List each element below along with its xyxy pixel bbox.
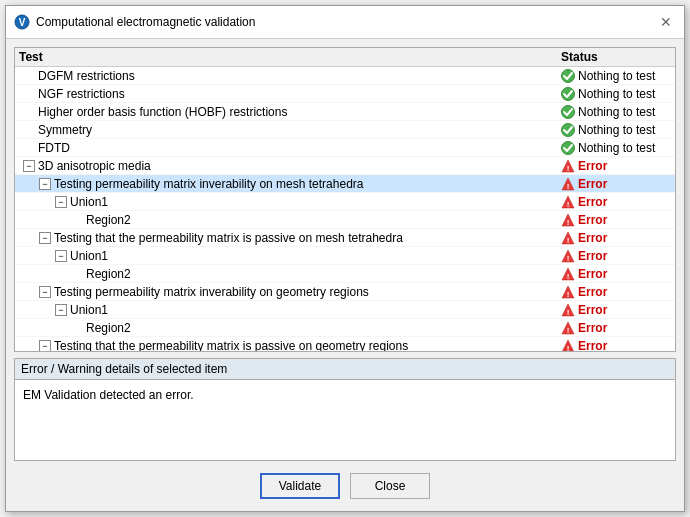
svg-text:!: ! bbox=[567, 289, 570, 298]
row-label-text: Higher order basis function (HOBF) restr… bbox=[38, 105, 287, 119]
row-label: Region2 bbox=[19, 267, 561, 281]
button-bar: Validate Close bbox=[14, 467, 676, 503]
svg-text:!: ! bbox=[567, 163, 570, 172]
status-ok-icon bbox=[561, 105, 575, 119]
row-status: ! Error bbox=[561, 303, 671, 317]
row-label-text: Testing permeability matrix inverability… bbox=[54, 177, 363, 191]
svg-text:!: ! bbox=[567, 271, 570, 280]
collapse-icon[interactable]: − bbox=[39, 340, 51, 352]
tree-panel: Test Status DGFM restrictions Nothing to… bbox=[14, 47, 676, 352]
svg-text:!: ! bbox=[567, 181, 570, 190]
status-error-icon: ! bbox=[561, 249, 575, 263]
row-status: ! Error bbox=[561, 321, 671, 335]
tree-row[interactable]: − Testing permeability matrix inverabili… bbox=[15, 175, 675, 193]
tree-row[interactable]: − Union1 ! Error bbox=[15, 247, 675, 265]
tree-row[interactable]: − Union1 ! Error bbox=[15, 301, 675, 319]
row-status: ! Error bbox=[561, 177, 671, 191]
tree-row[interactable]: DGFM restrictions Nothing to test bbox=[15, 67, 675, 85]
row-label: FDTD bbox=[19, 141, 561, 155]
row-status: ! Error bbox=[561, 249, 671, 263]
title-bar: V Computational electromagnetic validati… bbox=[6, 6, 684, 39]
collapse-icon[interactable]: − bbox=[39, 232, 51, 244]
tree-row[interactable]: − Union1 ! Error bbox=[15, 193, 675, 211]
tree-row[interactable]: − Testing that the permeability matrix i… bbox=[15, 337, 675, 351]
collapse-icon[interactable]: − bbox=[55, 250, 67, 262]
row-label-text: NGF restrictions bbox=[38, 87, 125, 101]
close-button[interactable]: Close bbox=[350, 473, 430, 499]
status-ok-icon bbox=[561, 87, 575, 101]
status-error-icon: ! bbox=[561, 231, 575, 245]
status-text: Error bbox=[578, 231, 607, 245]
row-label-text: Union1 bbox=[70, 303, 108, 317]
svg-text:!: ! bbox=[567, 199, 570, 208]
row-status: ! Error bbox=[561, 339, 671, 352]
col-status-header: Status bbox=[561, 50, 671, 64]
collapse-icon[interactable]: − bbox=[55, 304, 67, 316]
status-text: Error bbox=[578, 159, 607, 173]
row-label: Symmetry bbox=[19, 123, 561, 137]
tree-row[interactable]: Region2 ! Error bbox=[15, 265, 675, 283]
status-text: Error bbox=[578, 267, 607, 281]
row-status: ! Error bbox=[561, 285, 671, 299]
status-error-icon: ! bbox=[561, 321, 575, 335]
status-text: Error bbox=[578, 195, 607, 209]
svg-text:!: ! bbox=[567, 343, 570, 351]
status-text: Error bbox=[578, 249, 607, 263]
close-title-bar-button[interactable]: ✕ bbox=[656, 12, 676, 32]
row-label: − Union1 bbox=[19, 249, 561, 263]
row-status: ! Error bbox=[561, 195, 671, 209]
status-text: Error bbox=[578, 321, 607, 335]
status-text: Error bbox=[578, 285, 607, 299]
status-error-icon: ! bbox=[561, 213, 575, 227]
row-status: Nothing to test bbox=[561, 141, 671, 155]
row-status: Nothing to test bbox=[561, 123, 671, 137]
row-label-text: 3D anisotropic media bbox=[38, 159, 151, 173]
status-text: Error bbox=[578, 339, 607, 352]
row-label: − Union1 bbox=[19, 303, 561, 317]
tree-scroll[interactable]: DGFM restrictions Nothing to test NGF re… bbox=[15, 67, 675, 351]
svg-text:!: ! bbox=[567, 325, 570, 334]
status-error-icon: ! bbox=[561, 159, 575, 173]
row-label-text: Testing permeability matrix inverability… bbox=[54, 285, 369, 299]
tree-row[interactable]: − 3D anisotropic media ! Error bbox=[15, 157, 675, 175]
row-label: − 3D anisotropic media bbox=[19, 159, 561, 173]
row-label-text: Testing that the permeability matrix is … bbox=[54, 339, 408, 352]
svg-text:V: V bbox=[19, 17, 26, 28]
row-status: ! Error bbox=[561, 231, 671, 245]
row-label: − Testing that the permeability matrix i… bbox=[19, 231, 561, 245]
tree-row[interactable]: Symmetry Nothing to test bbox=[15, 121, 675, 139]
row-label: Region2 bbox=[19, 321, 561, 335]
tree-row[interactable]: − Testing permeability matrix inverabili… bbox=[15, 283, 675, 301]
status-ok-icon bbox=[561, 141, 575, 155]
collapse-icon[interactable]: − bbox=[55, 196, 67, 208]
tree-row[interactable]: Region2 ! Error bbox=[15, 211, 675, 229]
status-error-icon: ! bbox=[561, 285, 575, 299]
row-label: − Testing that the permeability matrix i… bbox=[19, 339, 561, 352]
status-error-icon: ! bbox=[561, 177, 575, 191]
row-status: ! Error bbox=[561, 213, 671, 227]
tree-row[interactable]: FDTD Nothing to test bbox=[15, 139, 675, 157]
status-text: Nothing to test bbox=[578, 141, 655, 155]
row-label: − Testing permeability matrix inverabili… bbox=[19, 285, 561, 299]
collapse-icon[interactable]: − bbox=[39, 178, 51, 190]
status-ok-icon bbox=[561, 69, 575, 83]
tree-row[interactable]: NGF restrictions Nothing to test bbox=[15, 85, 675, 103]
details-label: Error / Warning details of selected item bbox=[15, 359, 675, 380]
row-label-text: Union1 bbox=[70, 195, 108, 209]
collapse-icon[interactable]: − bbox=[39, 286, 51, 298]
status-error-icon: ! bbox=[561, 303, 575, 317]
collapse-icon[interactable]: − bbox=[23, 160, 35, 172]
tree-row[interactable]: Higher order basis function (HOBF) restr… bbox=[15, 103, 675, 121]
tree-row[interactable]: − Testing that the permeability matrix i… bbox=[15, 229, 675, 247]
status-text: Nothing to test bbox=[578, 123, 655, 137]
tree-row[interactable]: Region2 ! Error bbox=[15, 319, 675, 337]
row-status: ! Error bbox=[561, 267, 671, 281]
row-status: Nothing to test bbox=[561, 69, 671, 83]
row-label-text: Region2 bbox=[86, 321, 131, 335]
row-label: − Testing permeability matrix inverabili… bbox=[19, 177, 561, 191]
validate-button[interactable]: Validate bbox=[260, 473, 340, 499]
status-text: Nothing to test bbox=[578, 69, 655, 83]
svg-text:!: ! bbox=[567, 217, 570, 226]
details-panel: Error / Warning details of selected item… bbox=[14, 358, 676, 461]
row-label-text: Testing that the permeability matrix is … bbox=[54, 231, 403, 245]
